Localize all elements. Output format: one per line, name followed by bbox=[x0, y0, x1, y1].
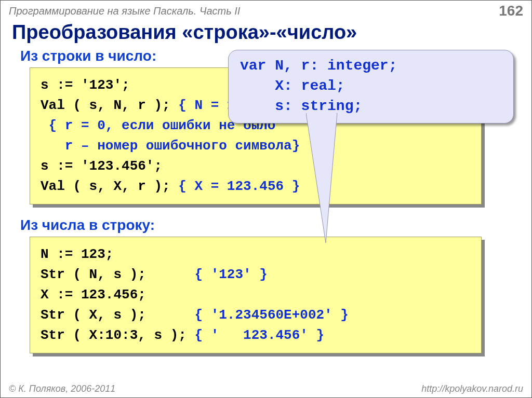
code-comment: { X = 123.456 } bbox=[178, 179, 300, 194]
slide-title: Преобразования «строка»-«число» bbox=[12, 21, 523, 44]
code-line: Str ( X, s ); bbox=[41, 307, 194, 323]
code-line: Str ( X:10:3, s ); bbox=[41, 327, 194, 343]
svg-marker-1 bbox=[307, 113, 336, 114]
code-comment: { '1.234560E+002' } bbox=[194, 307, 348, 323]
callout-line: var N, r: integer; bbox=[240, 58, 397, 74]
callout-line: s: string; bbox=[240, 98, 362, 114]
svg-marker-0 bbox=[306, 113, 337, 243]
code-line: s := '123'; bbox=[41, 77, 130, 93]
course-title: Программирование на языке Паскаль. Часть… bbox=[9, 5, 240, 17]
code-line: Str ( N, s ); bbox=[41, 267, 194, 282]
code-comment: { ' 123.456' } bbox=[194, 327, 324, 343]
code-panel-2: N := 123; Str ( N, s ); { '123' } X := 1… bbox=[30, 237, 482, 353]
code-comment: { '123' } bbox=[194, 267, 267, 282]
callout-line: X: real; bbox=[240, 78, 345, 94]
top-bar: Программирование на языке Паскаль. Часть… bbox=[1, 1, 531, 19]
slide: Программирование на языке Паскаль. Часть… bbox=[0, 0, 532, 398]
code-line: s := '123.456'; bbox=[41, 158, 162, 174]
page-number: 162 bbox=[499, 3, 523, 19]
code-box-2: N := 123; Str ( N, s ); { '123' } X := 1… bbox=[30, 237, 482, 353]
var-callout: var N, r: integer; X: real; s: string; bbox=[228, 50, 514, 123]
section-2-heading: Из числа в строку: bbox=[20, 217, 531, 234]
callout-box: var N, r: integer; X: real; s: string; bbox=[228, 50, 514, 123]
copyright: © К. Поляков, 2006-2011 bbox=[9, 383, 115, 394]
footer: © К. Поляков, 2006-2011 http://kpolyakov… bbox=[1, 381, 531, 397]
code-line: Val ( s, X, r ); bbox=[41, 179, 178, 194]
code-line: N := 123; bbox=[41, 246, 113, 262]
footer-url: http://kpolyakov.narod.ru bbox=[421, 383, 523, 394]
code-line: Val ( s, N, r ); bbox=[41, 98, 178, 113]
code-comment: r – номер ошибочного символа} bbox=[41, 138, 300, 154]
code-line: X := 123.456; bbox=[41, 287, 146, 303]
